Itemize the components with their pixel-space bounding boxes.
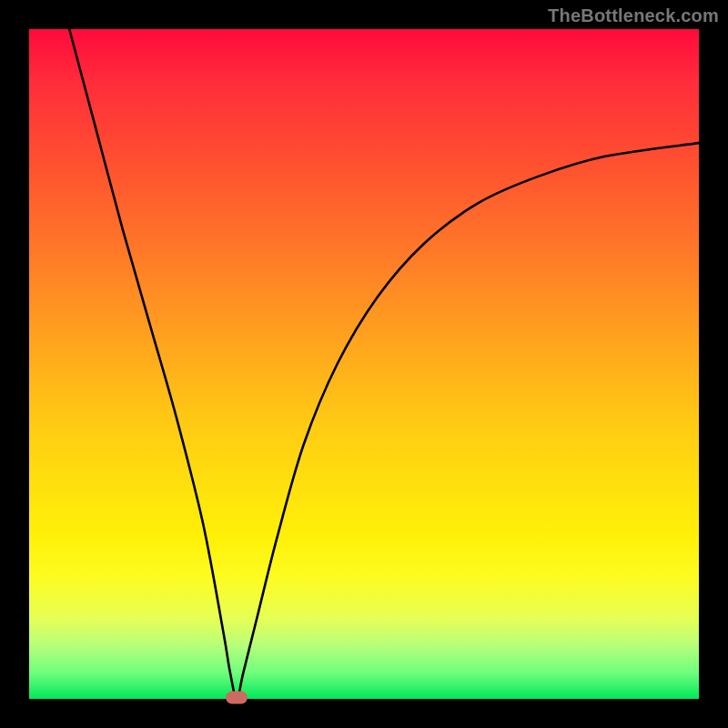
watermark-text: TheBottleneck.com xyxy=(548,5,719,26)
bottleneck-curve xyxy=(29,29,699,699)
chart-stage: TheBottleneck.com xyxy=(0,0,728,728)
optimal-marker xyxy=(226,692,248,704)
plot-area xyxy=(29,29,699,699)
